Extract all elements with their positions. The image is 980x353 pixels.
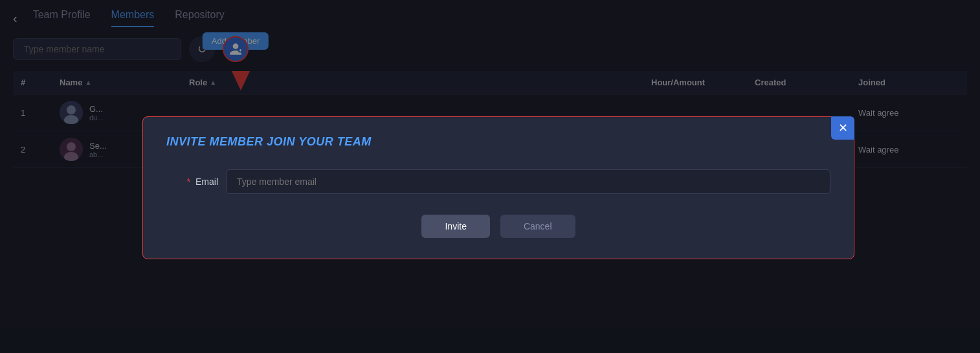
invite-modal: ✕ INVITE MEMBER JOIN YOUR TEAM * Email I…	[142, 116, 854, 259]
modal-title: INVITE MEMBER JOIN YOUR TEAM	[166, 135, 830, 149]
email-form-row: * Email	[166, 169, 830, 194]
required-star: *	[187, 176, 190, 187]
modal-actions: Invite Cancel	[166, 215, 830, 238]
email-label: * Email	[166, 176, 218, 187]
email-input[interactable]	[226, 169, 830, 194]
cancel-button[interactable]: Cancel	[500, 215, 575, 238]
invite-button[interactable]: Invite	[421, 215, 489, 238]
modal-close-button[interactable]: ✕	[831, 116, 854, 140]
modal-overlay: ✕ INVITE MEMBER JOIN YOUR TEAM * Email I…	[0, 0, 980, 353]
